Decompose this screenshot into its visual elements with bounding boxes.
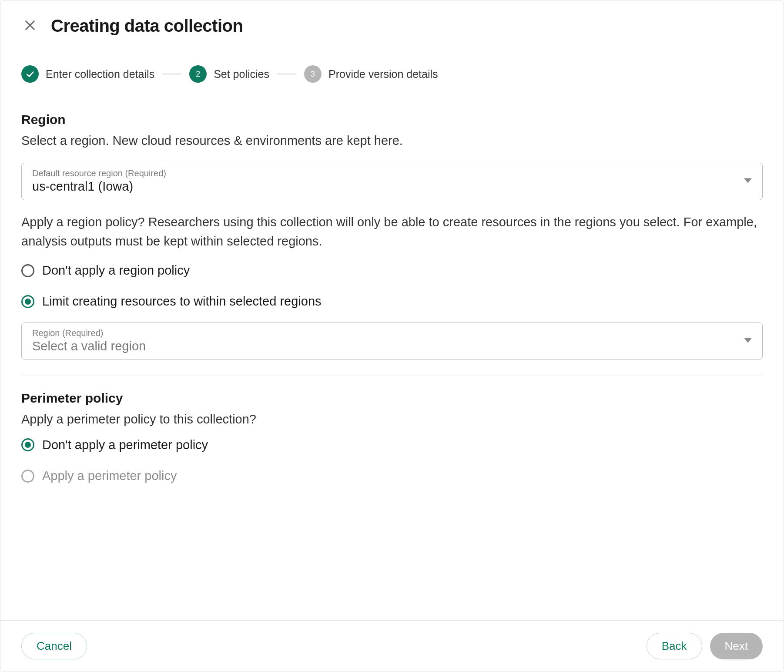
region-policy-question: Apply a region policy? Researchers using… <box>21 212 763 252</box>
cancel-button[interactable]: Cancel <box>21 633 87 659</box>
checkmark-icon <box>21 65 39 83</box>
perimeter-section-desc: Apply a perimeter policy to this collect… <box>21 410 763 429</box>
perimeter-option-none-label: Don't apply a perimeter policy <box>42 438 208 452</box>
stepper: Enter collection details 2 Set policies … <box>0 44 784 100</box>
region-policy-option-none[interactable]: Don't apply a region policy <box>21 263 763 278</box>
region-select-placeholder: Select a valid region <box>32 339 752 353</box>
caret-down-icon <box>744 337 752 345</box>
footer-right: Back Next <box>647 633 763 659</box>
default-region-select-value: us-central1 (Iowa) <box>32 179 752 194</box>
step-1[interactable]: Enter collection details <box>21 65 154 83</box>
close-icon <box>23 18 37 34</box>
region-section-desc: Select a region. New cloud resources & e… <box>21 131 763 151</box>
dialog-content: Region Select a region. New cloud resour… <box>0 100 784 620</box>
region-policy-option-limit[interactable]: Limit creating resources to within selec… <box>21 294 763 309</box>
dialog-title: Creating data collection <box>51 16 243 36</box>
default-region-select[interactable]: Default resource region (Required) us-ce… <box>21 163 763 200</box>
perimeter-option-none[interactable]: Don't apply a perimeter policy <box>21 438 763 452</box>
next-button[interactable]: Next <box>710 633 763 659</box>
radio-icon <box>21 470 34 483</box>
dialog-header: Creating data collection <box>0 0 784 44</box>
back-button[interactable]: Back <box>647 633 702 659</box>
step-2[interactable]: 2 Set policies <box>189 65 269 83</box>
region-select-label: Region (Required) <box>32 328 752 338</box>
svg-marker-3 <box>744 338 752 343</box>
close-button[interactable] <box>21 17 39 35</box>
step-connector <box>277 74 296 74</box>
perimeter-option-apply[interactable]: Apply a perimeter policy <box>21 469 763 484</box>
svg-marker-2 <box>744 178 752 183</box>
step-3-label: Provide version details <box>328 68 438 81</box>
perimeter-option-apply-label: Apply a perimeter policy <box>42 469 177 483</box>
region-policy-option-none-label: Don't apply a region policy <box>42 263 190 278</box>
step-3-number: 3 <box>304 65 322 83</box>
default-region-select-label: Default resource region (Required) <box>32 168 752 178</box>
section-divider <box>21 376 763 376</box>
region-section-title: Region <box>21 112 763 127</box>
step-connector <box>162 74 181 74</box>
dialog-footer: Cancel Back Next <box>0 620 784 672</box>
step-3[interactable]: 3 Provide version details <box>304 65 438 83</box>
caret-down-icon <box>744 178 752 185</box>
region-select[interactable]: Region (Required) Select a valid region <box>21 323 763 360</box>
radio-icon <box>21 438 34 451</box>
step-1-label: Enter collection details <box>46 68 154 81</box>
step-2-label: Set policies <box>214 68 269 81</box>
radio-icon <box>21 295 34 308</box>
perimeter-section-title: Perimeter policy <box>21 391 763 406</box>
radio-icon <box>21 264 34 277</box>
step-2-number: 2 <box>189 65 207 83</box>
create-collection-dialog: Creating data collection Enter collectio… <box>0 0 784 672</box>
region-policy-option-limit-label: Limit creating resources to within selec… <box>42 294 322 309</box>
